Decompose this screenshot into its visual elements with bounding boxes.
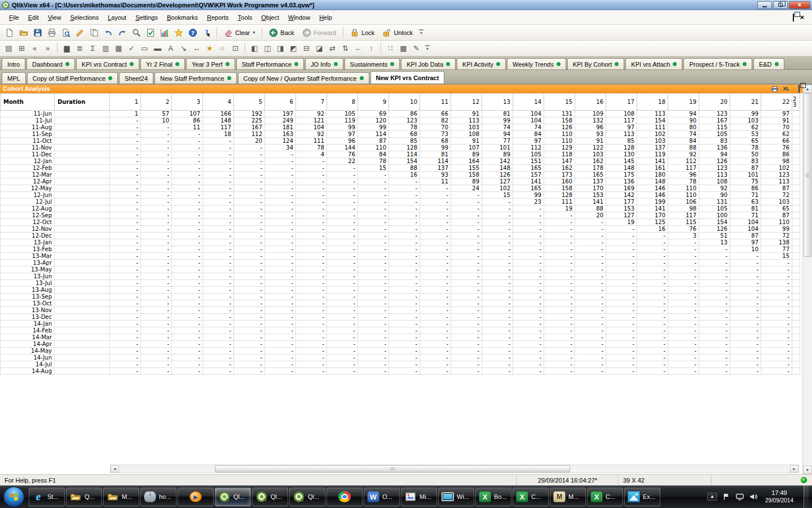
show-desktop-button[interactable] xyxy=(804,485,809,508)
value-cell[interactable]: 10 xyxy=(141,117,172,124)
value-cell-clipped[interactable] xyxy=(792,280,800,287)
value-cell[interactable]: - xyxy=(482,354,513,361)
value-cell[interactable]: 78 xyxy=(358,158,389,165)
clear-dropdown-arrow[interactable]: ▾ xyxy=(253,30,255,35)
duration-cell[interactable] xyxy=(55,226,110,233)
value-cell[interactable]: - xyxy=(606,253,637,260)
value-cell[interactable]: - xyxy=(668,300,699,307)
month-cell[interactable]: 11-Aug xyxy=(1,124,55,131)
value-cell[interactable]: - xyxy=(606,314,637,321)
value-cell[interactable]: - xyxy=(606,368,637,375)
value-cell[interactable]: - xyxy=(482,307,513,314)
value-cell[interactable]: - xyxy=(637,321,668,327)
value-cell[interactable]: 110 xyxy=(544,138,575,144)
copy-icon[interactable] xyxy=(87,27,101,39)
value-cell[interactable]: 104 xyxy=(296,124,327,131)
value-cell[interactable]: 137 xyxy=(637,144,668,151)
taskbar-button-c[interactable]: XC... xyxy=(587,488,623,506)
value-cell[interactable]: 103 xyxy=(575,151,606,158)
month-column-header[interactable]: Month xyxy=(1,94,55,111)
value-cell[interactable]: - xyxy=(296,273,327,280)
value-cell[interactable]: 15 xyxy=(358,165,389,172)
taskbar-button-st[interactable]: eSt... xyxy=(29,488,65,506)
value-cell[interactable]: 157 xyxy=(513,172,544,178)
value-cell[interactable]: - xyxy=(141,300,172,307)
value-cell[interactable]: - xyxy=(110,117,141,124)
value-cell[interactable]: - xyxy=(575,361,606,368)
value-cell[interactable]: - xyxy=(172,172,203,178)
duration-value-header[interactable]: 11 xyxy=(420,94,451,111)
value-cell[interactable]: - xyxy=(203,205,234,212)
value-cell[interactable]: - xyxy=(389,178,420,185)
value-cell[interactable]: - xyxy=(358,260,389,266)
value-cell[interactable]: 70 xyxy=(420,124,451,131)
value-cell[interactable]: - xyxy=(575,226,606,233)
value-cell[interactable]: - xyxy=(482,334,513,341)
value-cell[interactable]: - xyxy=(234,151,265,158)
value-cell[interactable]: - xyxy=(265,300,296,307)
value-cell[interactable]: 155 xyxy=(451,165,482,172)
value-cell[interactable]: 74 xyxy=(482,124,513,131)
month-cell[interactable]: 12-Apr xyxy=(1,178,55,185)
value-cell[interactable]: 34 xyxy=(265,144,296,151)
value-cell[interactable]: 166 xyxy=(203,111,234,117)
duration-cell[interactable] xyxy=(55,253,110,260)
value-cell-clipped[interactable] xyxy=(792,348,800,354)
value-cell[interactable]: 18 xyxy=(203,131,234,138)
value-cell[interactable]: - xyxy=(513,341,544,348)
value-cell[interactable]: - xyxy=(699,354,730,361)
value-cell[interactable]: - xyxy=(110,165,141,172)
value-cell[interactable]: 53 xyxy=(730,131,761,138)
duration-value-header[interactable]: 17 xyxy=(606,94,637,111)
value-cell[interactable]: - xyxy=(513,307,544,314)
value-cell[interactable]: - xyxy=(110,151,141,158)
edit-icon[interactable] xyxy=(73,27,87,39)
value-cell[interactable]: 151 xyxy=(513,158,544,165)
value-cell[interactable]: 113 xyxy=(606,131,637,138)
value-cell[interactable]: - xyxy=(389,233,420,239)
value-cell[interactable]: 13 xyxy=(699,239,730,246)
duration-cell[interactable] xyxy=(55,287,110,294)
value-cell[interactable]: - xyxy=(699,300,730,307)
value-cell[interactable]: - xyxy=(482,341,513,348)
duration-cell[interactable] xyxy=(55,212,110,219)
scroll-right-arrow[interactable]: ► xyxy=(790,465,798,472)
value-cell[interactable]: - xyxy=(141,273,172,280)
value-cell[interactable]: - xyxy=(110,280,141,287)
value-cell[interactable]: - xyxy=(203,341,234,348)
center-vertically-icon[interactable]: ⊟ xyxy=(300,42,313,55)
value-cell[interactable]: 105 xyxy=(699,205,730,212)
value-cell[interactable]: - xyxy=(203,185,234,192)
value-cell[interactable]: - xyxy=(451,314,482,321)
value-cell[interactable]: - xyxy=(141,368,172,375)
value-cell[interactable]: - xyxy=(606,321,637,327)
value-cell[interactable]: - xyxy=(451,300,482,307)
value-cell[interactable]: - xyxy=(265,226,296,233)
value-cell[interactable]: - xyxy=(327,300,358,307)
value-cell[interactable]: 93 xyxy=(575,131,606,138)
value-cell[interactable]: - xyxy=(544,219,575,226)
value-cell[interactable]: - xyxy=(637,266,668,273)
value-cell[interactable]: - xyxy=(141,158,172,165)
value-cell[interactable]: - xyxy=(482,273,513,280)
value-cell[interactable]: - xyxy=(110,212,141,219)
value-cell[interactable]: 127 xyxy=(606,212,637,219)
value-cell[interactable]: - xyxy=(172,300,203,307)
value-cell[interactable]: - xyxy=(544,233,575,239)
month-cell[interactable]: 11-Oct xyxy=(1,138,55,144)
value-cell[interactable]: - xyxy=(544,354,575,361)
value-cell[interactable]: - xyxy=(575,327,606,334)
value-cell[interactable]: - xyxy=(327,368,358,375)
value-cell[interactable]: - xyxy=(730,368,761,375)
duration-value-header[interactable]: 22 xyxy=(761,94,792,111)
format-painter-icon[interactable]: ✎ xyxy=(410,42,423,55)
value-cell[interactable]: - xyxy=(203,178,234,185)
value-cell[interactable]: - xyxy=(420,368,451,375)
value-cell[interactable]: - xyxy=(358,185,389,192)
value-cell[interactable]: - xyxy=(451,327,482,334)
value-cell[interactable]: - xyxy=(327,226,358,233)
value-cell[interactable]: 86 xyxy=(172,117,203,124)
value-cell[interactable]: - xyxy=(110,348,141,354)
redo-icon[interactable] xyxy=(115,27,129,39)
value-cell[interactable]: - xyxy=(110,334,141,341)
